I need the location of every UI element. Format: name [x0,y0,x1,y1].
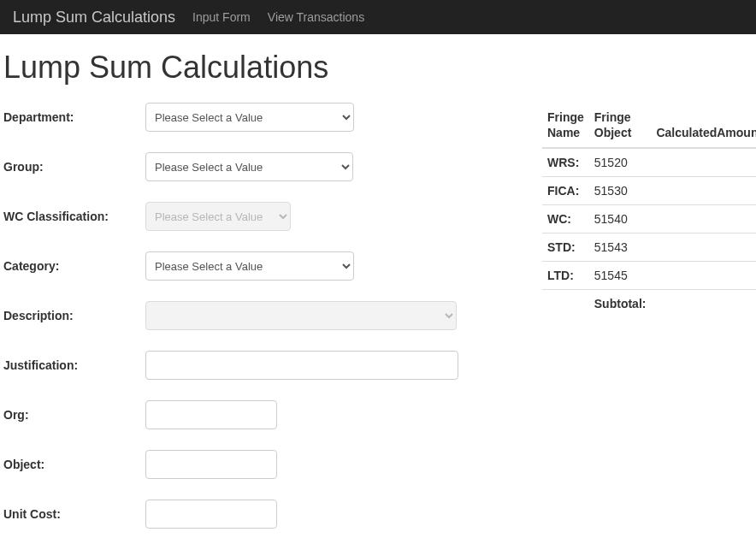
label-description: Description: [3,309,145,322]
fringe-object-cell: 51540 [589,205,652,234]
table-row: LTD: 51545 [542,262,756,290]
fringe-name-cell: WC: [542,205,589,234]
fringe-amount-cell [651,148,756,177]
table-row: WRS: 51520 [542,148,756,177]
table-row: FICA: 51530 [542,177,756,205]
navbar: Lump Sum Calculations Input Form View Tr… [0,0,756,34]
description-select [145,301,457,330]
subtotal-row: Subtotal: [542,290,756,318]
label-wc-classification: WC Classification: [3,210,145,223]
category-select[interactable]: Please Select a Value [145,251,354,281]
fringe-object-cell: 51530 [589,177,652,205]
table-row: WC: 51540 [542,205,756,234]
label-object: Object: [3,458,145,471]
label-unit-cost: Unit Cost: [3,507,145,521]
org-input[interactable] [145,400,277,429]
fringe-amount-cell [651,177,756,205]
form-column: Department: Please Select a Value Group:… [3,103,525,538]
label-category: Category: [3,259,145,273]
label-group: Group: [3,160,145,174]
object-input[interactable] [145,450,277,479]
table-row: STD: 51543 [542,234,756,262]
fringe-table: Fringe Name Fringe Object CalculatedAmou… [542,103,756,317]
navbar-brand[interactable]: Lump Sum Calculations [13,9,175,27]
fringe-amount-cell [651,205,756,234]
fringe-amount-cell [651,234,756,262]
fringe-object-cell: 51543 [589,234,652,262]
group-select[interactable]: Please Select a Value [145,152,353,181]
page-title: Lump Sum Calculations [3,50,753,86]
fringe-name-cell: STD: [542,234,589,262]
fringe-header-amount: CalculatedAmount [651,103,756,148]
subtotal-label: Subtotal: [589,290,652,318]
fringe-name-cell: FICA: [542,177,589,205]
wc-classification-select: Please Select a Value [145,202,291,231]
justification-input[interactable] [145,351,458,380]
unit-cost-input[interactable] [145,500,277,529]
subtotal-amount [651,290,756,318]
fringe-name-cell: WRS: [542,148,589,177]
fringe-header-name: Fringe Name [542,103,589,148]
fringe-column: Fringe Name Fringe Object CalculatedAmou… [525,103,756,317]
nav-link-input-form[interactable]: Input Form [192,10,251,24]
department-select[interactable]: Please Select a Value [145,103,354,132]
fringe-name-cell: LTD: [542,262,589,290]
label-org: Org: [3,408,145,422]
fringe-object-cell: 51520 [589,148,652,177]
label-department: Department: [3,110,145,124]
fringe-amount-cell [651,262,756,290]
fringe-object-cell: 51545 [589,262,652,290]
fringe-header-object: Fringe Object [589,103,652,148]
nav-link-view-transactions[interactable]: View Transactions [268,10,364,24]
label-justification: Justification: [3,358,145,372]
